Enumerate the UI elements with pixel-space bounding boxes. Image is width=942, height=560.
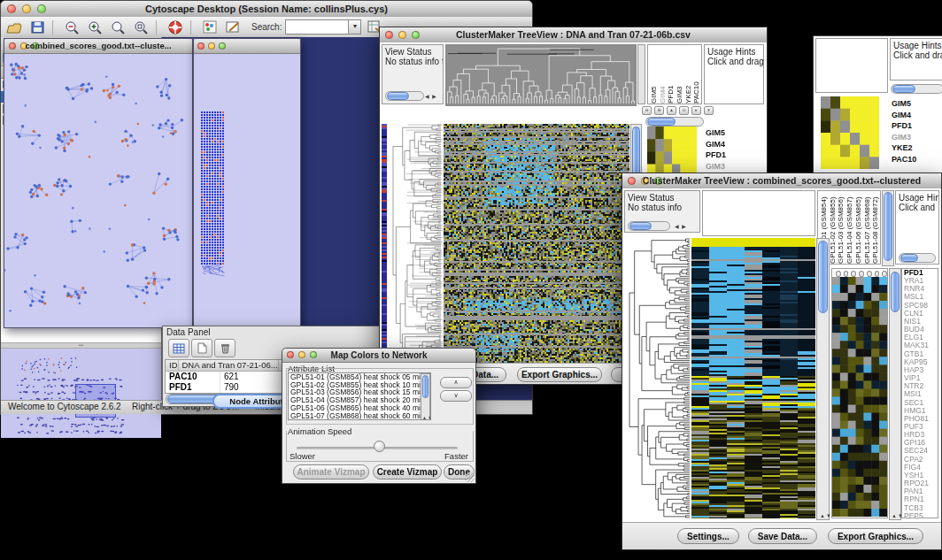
- column-label[interactable]: GPL51-06 (GSM865): [854, 191, 863, 264]
- faster-label: Faster: [444, 451, 468, 461]
- resize-grip[interactable]: [466, 473, 475, 482]
- column-label[interactable]: GIM4: [659, 45, 668, 104]
- treeview3-hscrollbar[interactable]: [891, 84, 942, 94]
- view-status-hscrollbar[interactable]: [628, 221, 670, 231]
- treeview1-zoom-toolbar[interactable]: ⊖⊕▲⊙▸▾: [642, 106, 714, 115]
- search-dropdown-icon[interactable]: ▼: [348, 19, 361, 35]
- column-label[interactable]: GPL51-08 (GSM872): [871, 191, 880, 264]
- data-panel-title: Data Panel: [163, 326, 390, 337]
- gene-label[interactable]: PFD1: [892, 120, 916, 132]
- treeview2-button[interactable]: Settings...: [677, 528, 739, 544]
- treeview2-heatmap[interactable]: [691, 238, 815, 518]
- desktop: Cytoscape Desktop (Session Name: collins…: [0, 0, 942, 560]
- treeview2-title: ClusterMaker TreeView : combined_scores_…: [622, 175, 941, 186]
- vizmapper-icon[interactable]: [200, 19, 220, 35]
- minimize-button[interactable]: [208, 42, 215, 50]
- zoom-in-icon[interactable]: [85, 19, 104, 35]
- gene-label[interactable]: PFD1: [706, 150, 730, 161]
- gene-label[interactable]: GIM5: [706, 127, 730, 139]
- network-view-titlebar[interactable]: combined_scores_good.txt--cluste...: [4, 39, 192, 54]
- column-label[interactable]: GIM3: [676, 45, 684, 104]
- treeview2-titlebar[interactable]: ClusterMaker TreeView : combined_scores_…: [622, 173, 941, 189]
- move-down-button[interactable]: ∨: [440, 390, 472, 402]
- attribute-list-vscrollbar[interactable]: ▲▼: [421, 373, 430, 420]
- treeview1-titlebar[interactable]: ClusterMaker TreeView : DNA and Tran 07-…: [380, 27, 767, 43]
- open-file-icon[interactable]: [4, 19, 24, 35]
- scroll-arrows-icon[interactable]: ▲▼: [820, 513, 832, 518]
- birdseye-view[interactable]: [1, 349, 161, 438]
- zoom-button[interactable]: [219, 42, 226, 50]
- treeview1-overview-strip: [382, 124, 387, 379]
- treeview2-row-dendrogram[interactable]: [624, 238, 691, 518]
- animate-vizmap-button[interactable]: Animate Vizmap: [293, 464, 369, 479]
- delete-attribute-icon[interactable]: [214, 339, 236, 357]
- treeview1-heatmap[interactable]: [444, 124, 629, 379]
- attribute-table-icon[interactable]: [168, 339, 189, 357]
- gene-label[interactable]: YKE2: [892, 142, 916, 154]
- annotation-icon[interactable]: [223, 19, 243, 35]
- attribute-listbox[interactable]: GPL51-01 (GSM854) heat shock 05 minGPL51…: [288, 372, 431, 420]
- column-label[interactable]: GPL51-02 (GSM855): [829, 191, 838, 264]
- gene-label[interactable]: PEP5: [904, 512, 938, 518]
- save-icon[interactable]: [27, 19, 47, 35]
- scroll-arrows-icon[interactable]: ◀ ▶: [675, 223, 687, 229]
- dialog-titlebar[interactable]: Map Colors to Network: [282, 349, 475, 363]
- gene-label[interactable]: GIM3: [892, 132, 916, 143]
- search-input[interactable]: [285, 19, 348, 35]
- gene-label[interactable]: GIM3: [706, 161, 730, 173]
- zoom-fit-icon[interactable]: [108, 19, 127, 35]
- new-attribute-icon[interactable]: [191, 339, 212, 357]
- treeview2-usage-hints: Usage Hints Click and: [895, 190, 939, 265]
- treeview2-gene-list: PFD1YRA1RNR4MSL1SPC98CLN1NIS1BUD4ELG1MAK…: [901, 268, 938, 518]
- main-window-title: Cytoscape Desktop (Session Name: collins…: [1, 4, 532, 14]
- network-view2-titlebar[interactable]: [194, 39, 300, 54]
- create-vizmap-button[interactable]: Create Vizmap: [373, 464, 442, 479]
- treeview1-matrix-hscrollbar[interactable]: [645, 117, 704, 127]
- move-up-button[interactable]: ∧: [440, 377, 472, 388]
- usage-hints-hscrollbar[interactable]: [899, 253, 936, 263]
- gene-label[interactable]: GIM5: [892, 98, 916, 110]
- network-canvas-2[interactable]: [194, 53, 298, 326]
- treeview2-button[interactable]: Export Graphics...: [828, 528, 923, 544]
- gene-label[interactable]: GIM4: [706, 139, 730, 150]
- column-label[interactable]: PFD1: [667, 45, 676, 104]
- treeview1-scroll-strip[interactable]: [637, 44, 645, 104]
- column-label[interactable]: GIM5: [650, 45, 659, 104]
- treeview2-button[interactable]: Save Data...: [748, 528, 817, 544]
- zoom-selected-icon[interactable]: [131, 19, 151, 35]
- treeview3-label-panel: [815, 38, 888, 93]
- column-label[interactable]: PAC10: [692, 45, 701, 104]
- column-label[interactable]: GPL51-03 (GSM856): [837, 191, 845, 264]
- treeview3-matrix-heatmap[interactable]: [821, 96, 879, 169]
- slider-thumb[interactable]: [374, 441, 385, 452]
- main-titlebar[interactable]: Cytoscape Desktop (Session Name: collins…: [1, 1, 532, 18]
- help-lifesaver-icon[interactable]: [166, 19, 185, 35]
- column-label[interactable]: YKE2: [684, 45, 693, 104]
- treeview1-button[interactable]: Export Graphics...: [517, 367, 602, 382]
- treeview2-column-dendrogram-area[interactable]: [702, 190, 815, 236]
- treeview2-genelist-vscrollbar[interactable]: ▲▼: [889, 268, 901, 520]
- column-label[interactable]: GPL51-04 (GSM857): [845, 191, 854, 264]
- treeview2-zoom-heatmap[interactable]: [832, 277, 887, 517]
- treeview3-matrix-labels: GIM5GIM4PFD1GIM3YKE2PAC10: [892, 98, 916, 165]
- close-button[interactable]: [197, 42, 205, 50]
- zoom-out-icon[interactable]: [62, 19, 81, 35]
- dialog-title: Map Colors to Network: [282, 350, 475, 360]
- attribute-item[interactable]: GPL51-07 (GSM868) heat shock 60 min: [290, 412, 430, 420]
- network-canvas[interactable]: [4, 53, 190, 326]
- treeview1-view-status: View Status No status info f ◀ ▶: [382, 44, 444, 104]
- gene-label[interactable]: PAC10: [892, 154, 916, 165]
- column-label[interactable]: GPL51-07 (GSM868): [863, 191, 872, 264]
- slower-label: Slower: [290, 451, 315, 461]
- attribute-items: GPL51-01 (GSM854) heat shock 05 minGPL51…: [289, 373, 430, 419]
- treeview1-row-dendrogram[interactable]: [388, 124, 443, 379]
- treeview2-collabel-vscrollbar[interactable]: [882, 190, 894, 266]
- map-colors-dialog: Map Colors to Network Attribute List GPL…: [282, 348, 476, 484]
- panel-splitter[interactable]: •••: [1, 342, 161, 349]
- gene-label[interactable]: GIM4: [892, 110, 916, 121]
- treeview1-column-dendrogram[interactable]: [445, 44, 637, 106]
- scroll-arrows-icon[interactable]: ◀ ▶: [425, 93, 437, 99]
- view-status-hscrollbar[interactable]: [385, 91, 424, 101]
- treeview2-vscrollbar[interactable]: ▲▼: [816, 238, 830, 520]
- treeview2-zoom-panel[interactable]: [831, 268, 888, 518]
